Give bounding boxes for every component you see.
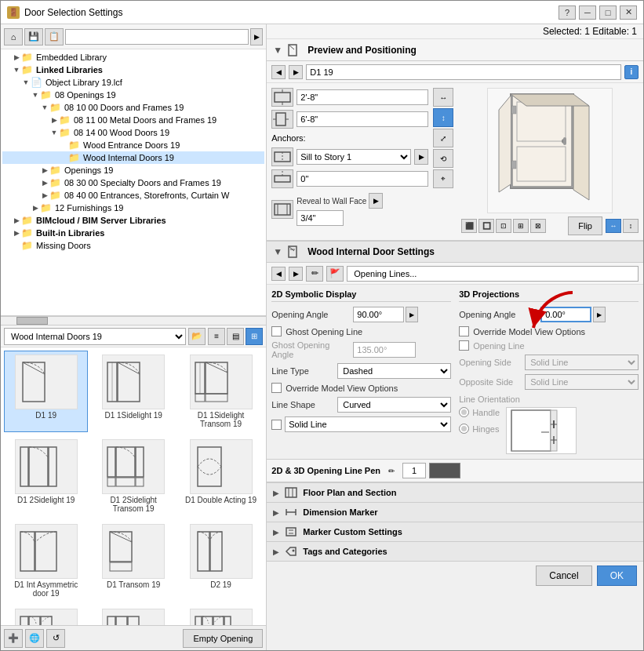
override-model-checkbox-3d[interactable] bbox=[459, 326, 469, 336]
marker-custom-toggle[interactable]: ▶ bbox=[273, 528, 279, 536]
empty-opening-button[interactable]: Empty Opening bbox=[183, 629, 263, 648]
settings-edit-btn[interactable]: ✏ bbox=[306, 266, 323, 282]
reveal-combo-btn[interactable]: ▶ bbox=[369, 193, 383, 209]
pen-input[interactable] bbox=[402, 463, 426, 478]
expand-icon[interactable]: ▶ bbox=[40, 165, 49, 175]
expand-icon[interactable]: ▶ bbox=[31, 203, 40, 213]
floor-plan-header[interactable]: ▶ Floor Plan and Section bbox=[267, 483, 643, 502]
home-button[interactable]: ⌂ bbox=[4, 28, 23, 45]
side-btn-2[interactable]: ↕ bbox=[433, 108, 453, 127]
grid-item-d1-int-asym[interactable]: D1 Int Asymmetric door 19 bbox=[4, 520, 88, 602]
3d-angle-btn[interactable]: ▶ bbox=[593, 307, 606, 322]
view-icon-3[interactable]: ⊡ bbox=[496, 219, 511, 233]
tree-item-furnishings[interactable]: ▶ 📁 12 Furnishings 19 bbox=[2, 202, 264, 214]
pen-swatch[interactable] bbox=[429, 463, 460, 478]
tree-item-doorsframes[interactable]: ▼ 📁 08 10 00 Doors and Frames 19 bbox=[2, 101, 264, 114]
flip-icon-2[interactable]: ↕ bbox=[623, 219, 639, 233]
tags-header[interactable]: ▶ Tags and Categories bbox=[267, 542, 643, 561]
solid-line-checkbox[interactable] bbox=[271, 420, 282, 430]
reveal-input[interactable] bbox=[297, 210, 344, 226]
hscroll-thumb[interactable] bbox=[16, 317, 48, 325]
tree-hscroll[interactable] bbox=[1, 316, 266, 326]
ghost-opening-line-checkbox[interactable] bbox=[271, 326, 282, 336]
info-button[interactable]: i bbox=[624, 65, 639, 79]
side-btn-4[interactable]: ⟲ bbox=[433, 149, 453, 168]
3d-opening-angle-input[interactable] bbox=[540, 307, 591, 322]
solid-line-select[interactable]: Solid Line bbox=[285, 416, 451, 432]
opening-lines-button[interactable]: Opening Lines... bbox=[347, 266, 639, 282]
flip-button[interactable]: Flip bbox=[568, 216, 602, 235]
opening-side-select[interactable]: Solid Line bbox=[525, 355, 639, 370]
save-button[interactable]: 💾 bbox=[24, 28, 43, 45]
tree-item-entrances[interactable]: ▶ 📁 08 40 00 Entrances, Storefronts, Cur… bbox=[2, 189, 264, 202]
globe-button[interactable]: 🌐 bbox=[25, 629, 44, 648]
tree-item-missingdoors[interactable]: ▶ 📁 Missing Doors bbox=[2, 239, 264, 252]
tree-item-woodentrance[interactable]: ▶ 📁 Wood Entrance Doors 19 bbox=[2, 139, 264, 151]
expand-icon[interactable]: ▼ bbox=[12, 65, 21, 75]
search-nav-button[interactable]: ▶ bbox=[250, 28, 263, 45]
tree-item-embedded[interactable]: ▶ 📁 Embedded Library bbox=[2, 51, 264, 64]
side-btn-5[interactable]: ⌖ bbox=[433, 169, 453, 188]
minimize-button[interactable]: ─ bbox=[579, 5, 596, 20]
grid-item-d1-2sidelight[interactable]: D1 2Sidelight 19 bbox=[4, 435, 88, 517]
tree-item-wooddoors[interactable]: ▼ 📁 08 14 00 Wood Doors 19 bbox=[2, 126, 264, 139]
hinges-radio[interactable] bbox=[459, 424, 469, 434]
grid-item-d2-1sidelight[interactable]: D2 1Sidelight 19 bbox=[4, 605, 88, 625]
preview-toggle[interactable]: ▼ bbox=[273, 45, 282, 56]
tree-item-openings19b[interactable]: ▶ 📁 Openings 19 bbox=[2, 164, 264, 176]
view-icon-2[interactable]: 🔲 bbox=[478, 219, 494, 233]
library-combo[interactable]: Wood Internal Doors 19 bbox=[4, 328, 186, 345]
line-type-select[interactable]: Dashed bbox=[337, 363, 451, 379]
2d-angle-btn[interactable]: ▶ bbox=[406, 307, 418, 322]
anchor-btn[interactable]: ▶ bbox=[414, 149, 428, 165]
help-button[interactable]: ? bbox=[558, 5, 576, 20]
save-as-button[interactable]: 📋 bbox=[45, 28, 64, 45]
view-list2-button[interactable]: ▤ bbox=[227, 328, 244, 345]
handle-radio[interactable] bbox=[459, 407, 469, 417]
expand-icon[interactable]: ▼ bbox=[40, 103, 49, 112]
settings-nav-left[interactable]: ◀ bbox=[271, 267, 286, 281]
settings-flag-btn[interactable]: 🚩 bbox=[326, 266, 344, 282]
grid-item-d1-double-acting[interactable]: D1 Double Acting 19 bbox=[179, 435, 263, 517]
2d-opening-angle-input[interactable] bbox=[353, 307, 404, 322]
flip-icon-1[interactable]: ↔ bbox=[606, 219, 621, 233]
dimension-header[interactable]: ▶ Dimension Marker bbox=[267, 503, 643, 522]
anchor-combo[interactable]: Sill to Story 1 bbox=[297, 149, 411, 165]
floor-plan-toggle[interactable]: ▶ bbox=[273, 489, 279, 497]
dimension-toggle[interactable]: ▶ bbox=[273, 508, 279, 517]
grid-item-d2-1sidelight-transom[interactable]: D2 1Sidelight Transom 19 bbox=[91, 605, 175, 625]
tree-item-objlib[interactable]: ▼ 📄 Object Library 19.lcf bbox=[2, 76, 264, 89]
add-button[interactable]: ➕ bbox=[4, 629, 23, 648]
side-btn-1[interactable]: ↔ bbox=[433, 88, 453, 107]
close-button[interactable]: ✕ bbox=[620, 5, 637, 20]
grid-item-d2-19[interactable]: D2 19 bbox=[179, 520, 263, 602]
line-shape-select[interactable]: Curved bbox=[337, 397, 451, 413]
view-icon-5[interactable]: ⊠ bbox=[530, 219, 546, 233]
side-btn-3[interactable]: ⤢ bbox=[433, 129, 453, 147]
tags-toggle[interactable]: ▶ bbox=[273, 547, 279, 556]
tree-item-metaldoors[interactable]: ▶ 📁 08 11 00 Metal Doors and Frames 19 bbox=[2, 114, 264, 126]
width-input[interactable] bbox=[297, 89, 428, 105]
expand-icon[interactable]: ▶ bbox=[12, 216, 21, 225]
override-model-checkbox-2d[interactable] bbox=[271, 383, 282, 393]
ok-button[interactable]: OK bbox=[597, 566, 637, 586]
view-icon-4[interactable]: ⊞ bbox=[513, 219, 529, 233]
maximize-button[interactable]: □ bbox=[599, 5, 617, 20]
tree-item-woodinternal[interactable]: ▶ 📁 Wood Internal Doors 19 bbox=[2, 151, 264, 164]
preview-name-input[interactable] bbox=[306, 64, 621, 80]
grid-item-d2-2sidelight[interactable]: D2 2Sidelight 19 bbox=[179, 605, 263, 625]
expand-icon[interactable]: ▶ bbox=[12, 53, 21, 62]
tree-item-specialty[interactable]: ▶ 📁 08 30 00 Specialty Doors and Frames … bbox=[2, 176, 264, 189]
folder-open-button[interactable]: 📂 bbox=[188, 328, 206, 345]
opposite-side-select[interactable]: Solid Line bbox=[525, 374, 639, 390]
offset-input[interactable] bbox=[297, 171, 428, 187]
expand-icon[interactable]: ▶ bbox=[40, 178, 49, 187]
grid-item-d1-transom[interactable]: D1 Transom 19 bbox=[91, 520, 175, 602]
marker-custom-header[interactable]: ▶ Marker Custom Settings bbox=[267, 522, 643, 541]
expand-icon[interactable]: ▶ bbox=[40, 191, 49, 200]
view-grid-button[interactable]: ⊞ bbox=[246, 328, 263, 345]
view-icon-1[interactable]: ⬛ bbox=[461, 219, 477, 233]
search-input[interactable] bbox=[65, 29, 249, 45]
settings-toggle[interactable]: ▼ bbox=[273, 246, 282, 257]
expand-icon[interactable]: ▶ bbox=[49, 115, 59, 125]
